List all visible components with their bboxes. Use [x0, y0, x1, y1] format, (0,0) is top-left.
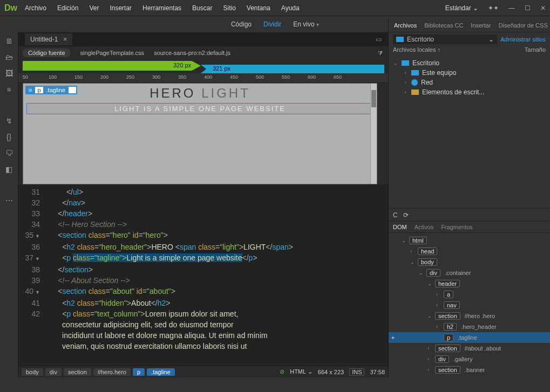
tree-columns: Archivos locales ↑ Tamaño — [389, 46, 550, 57]
menu-sitio[interactable]: Sitio — [223, 4, 235, 12]
tree-row[interactable]: ›Este equipo — [389, 68, 550, 78]
source-files-row: Código fuente singlePageTemplate.css sou… — [18, 46, 388, 59]
size-display: 664 x 223 — [318, 369, 344, 375]
related-file[interactable]: singlePageTemplate.css — [80, 50, 145, 56]
dom-row[interactable]: ›section.banner — [389, 365, 550, 375]
breadcrumb-item[interactable]: section — [64, 368, 91, 376]
app-logo: Dw — [4, 3, 17, 13]
filter-icon[interactable]: ⧩ — [378, 50, 383, 57]
status-ok-icon: ⊘ — [280, 368, 284, 375]
add-selector-button[interactable]: + — [69, 87, 76, 93]
status-bar: bodydivsection#hero.herop.tagline ⊘ HTML… — [18, 366, 388, 377]
crumb-class[interactable]: .tagline — [44, 87, 67, 93]
dom-row[interactable]: ›div.gallery — [389, 354, 550, 365]
menu-ver[interactable]: Ver — [89, 4, 99, 12]
tagline-selected[interactable]: LIGHT IS A SIMPLE ONE PAGE WEBSITE — [26, 103, 374, 114]
dom-row[interactable]: ›head — [389, 246, 550, 257]
ruler: 50100150200250300350400450500550600650 — [18, 73, 388, 83]
tool-brace-icon[interactable]: {} — [6, 133, 11, 141]
document-tabs: Untitled-1× ▭ — [18, 32, 388, 46]
breadcrumb-item[interactable]: .tagline — [147, 368, 174, 376]
file-tree[interactable]: ⌄Escritorio›Este equipo›Red›Elementos de… — [389, 57, 550, 98]
workspace-dropdown[interactable]: Estándar ⌄ — [445, 4, 478, 12]
menu-buscar[interactable]: Buscar — [192, 4, 212, 12]
breadcrumb-item[interactable]: body — [22, 368, 43, 376]
source-code-button[interactable]: Código fuente — [23, 49, 71, 57]
menu-bar: ArchivoEdiciónVerInsertarHerramientasBus… — [25, 4, 300, 12]
breadcrumb-item[interactable]: #hero.hero — [93, 368, 131, 376]
dom-row[interactable]: ⌄html — [389, 235, 550, 246]
menu-herramientas[interactable]: Herramientas — [142, 4, 181, 12]
dom-tree[interactable]: ⌄html›head⌄body⌄div.container⌄header›a›n… — [389, 233, 550, 377]
menu-insertar[interactable]: Insertar — [110, 4, 132, 12]
dom-row[interactable]: ›a — [389, 289, 550, 300]
lang-select[interactable]: HTML ⌄ — [290, 368, 313, 375]
crumb-tag[interactable]: p — [35, 87, 43, 93]
view-split[interactable]: Dividir — [263, 20, 281, 28]
close-icon[interactable]: ✕ — [540, 4, 546, 12]
dom-row[interactable]: ⌄header — [389, 278, 550, 289]
right-panel: ArchivosBibliotecas CCInsertarDiseñador … — [388, 18, 550, 377]
view-live[interactable]: En vivo ▾ — [293, 20, 319, 28]
panel-tab[interactable]: Diseñador de CSS — [499, 22, 548, 29]
dom-row[interactable]: ⌄body — [389, 257, 550, 267]
media-breakpoint-green[interactable]: 320 px — [23, 61, 201, 71]
dom-row[interactable]: ›h2.hero_header — [389, 321, 550, 332]
doc-tab[interactable]: Untitled-1× — [25, 33, 72, 45]
preview-scrollbar[interactable] — [370, 84, 377, 184]
panel-tab[interactable]: Archivos — [394, 22, 417, 29]
tool-folder-icon[interactable]: 🗁 — [5, 53, 13, 61]
breadcrumb-item[interactable]: div — [45, 368, 62, 376]
panel-tab[interactable]: Insertar — [471, 22, 491, 29]
tool-comment-icon[interactable]: 🗨 — [5, 149, 13, 157]
tree-row[interactable]: ›Elementos de escrit... — [389, 87, 550, 97]
tree-row[interactable]: ›Red — [389, 78, 550, 87]
element-breadcrumb[interactable]: ≡ p .tagline + — [25, 86, 77, 94]
dom-row[interactable]: ›nav — [389, 300, 550, 311]
time-display: 37:58 — [370, 369, 385, 375]
tool-img-icon[interactable]: 🖾 — [5, 69, 13, 78]
menu-edición[interactable]: Edición — [57, 4, 78, 12]
media-query-bar: 320 px 321 px — [18, 59, 388, 73]
files-panel-tabs: ArchivosBibliotecas CCInsertarDiseñador … — [389, 18, 550, 32]
dom-row[interactable]: ⌄div.container — [389, 267, 550, 278]
menu-ayuda[interactable]: Ayuda — [281, 4, 300, 12]
code-editor[interactable]: 31 </ul>32 </nav>33 </header>34 <!-- Her… — [18, 184, 388, 366]
minimize-icon[interactable]: — — [508, 4, 515, 12]
tool-more-icon[interactable]: ⋯ — [5, 196, 13, 205]
dom-tab[interactable]: Fragmentos — [441, 224, 473, 230]
menu-archivo[interactable]: Archivo — [25, 4, 46, 12]
ins-mode[interactable]: INS — [349, 368, 364, 376]
dom-panel-tabs: DOMActivosFragmentos — [389, 221, 550, 233]
dom-tab[interactable]: DOM — [393, 224, 407, 230]
tool-para-icon[interactable]: ≡ — [6, 85, 11, 94]
hamburger-icon[interactable]: ≡ — [26, 87, 34, 93]
tool-file-icon[interactable]: 🗎 — [5, 37, 13, 45]
dom-row[interactable]: ⌄section#hero .hero — [389, 311, 550, 321]
title-bar: Dw ArchivoEdiciónVerInsertarHerramientas… — [0, 0, 550, 16]
doc-overflow-icon[interactable]: ▭ — [376, 36, 382, 43]
breadcrumb-item[interactable]: p — [133, 368, 145, 376]
settings-icon[interactable]: ✦✦ — [488, 4, 499, 12]
related-file[interactable]: source-sans-pro:n2:default.js — [154, 50, 230, 56]
refresh-icon[interactable]: C — [393, 211, 398, 219]
tool-wrench-icon[interactable]: ↯ — [6, 116, 12, 125]
dom-row[interactable]: +p.tagline — [389, 332, 550, 343]
view-code[interactable]: Código — [231, 20, 252, 28]
dom-tab[interactable]: Activos — [415, 224, 433, 230]
drive-select[interactable]: Escritorio⌄ — [393, 35, 497, 44]
live-preview[interactable]: ≡ p .tagline + HERO LIGHT LIGHT IS A SIM… — [23, 83, 377, 184]
sync-icon[interactable]: ⟳ — [403, 211, 409, 219]
tool-color-icon[interactable]: ◧ — [5, 165, 12, 174]
tree-row[interactable]: ⌄Escritorio — [389, 58, 550, 68]
manage-sites-link[interactable]: Administrar sitios — [500, 36, 546, 43]
close-tab-icon[interactable]: × — [63, 36, 67, 43]
menu-ventana[interactable]: Ventana — [247, 4, 270, 12]
tool-rail: 🗎 🗁 🖾 ≡ ↯ {} 🗨 ◧ ⋯ — [0, 32, 18, 377]
panel-tab[interactable]: Bibliotecas CC — [424, 22, 463, 29]
dom-row[interactable]: ›section#about .about — [389, 343, 550, 354]
media-breakpoint-blue[interactable]: 321 px — [201, 65, 384, 73]
maximize-icon[interactable]: ☐ — [525, 4, 531, 12]
